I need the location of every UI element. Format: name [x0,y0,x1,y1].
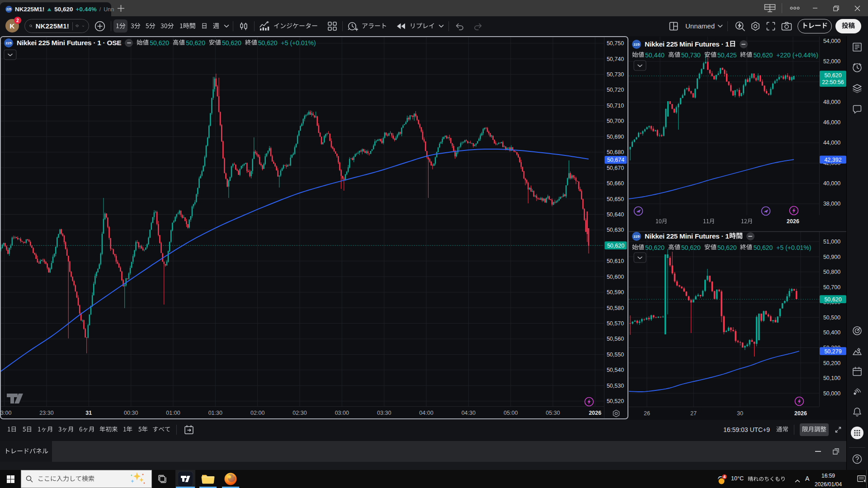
svg-text:50,620: 50,620 [824,72,841,79]
svg-text:26: 26 [644,410,650,417]
svg-text:50,750: 50,750 [607,40,624,47]
svg-text:50,674: 50,674 [607,157,624,163]
svg-text:54,000: 54,000 [823,38,840,44]
svg-text:02:30: 02:30 [292,410,307,416]
svg-text:03:00: 03:00 [335,410,349,416]
svg-text:50,700: 50,700 [607,118,624,124]
svg-text:2026: 2026 [589,410,601,416]
svg-text:03:30: 03:30 [377,410,391,416]
svg-text:05:30: 05:30 [546,410,560,416]
svg-text:00:30: 00:30 [124,410,138,416]
svg-text:44,000: 44,000 [823,140,840,146]
svg-text:2026: 2026 [787,218,799,225]
svg-text:50,200: 50,200 [823,360,840,366]
svg-text:05:00: 05:00 [504,410,518,416]
svg-text:3:00: 3:00 [0,410,11,416]
svg-text:40,000: 40,000 [823,180,840,187]
svg-text:31: 31 [85,410,92,416]
svg-text:38,000: 38,000 [823,201,840,207]
svg-text:30: 30 [737,410,743,417]
svg-text:50,540: 50,540 [607,367,624,373]
svg-text:4: 4 [723,474,726,479]
svg-text:01:30: 01:30 [208,410,222,416]
svg-text:50,730: 50,730 [607,71,624,78]
svg-text:50,670: 50,670 [607,165,624,171]
svg-text:50,590: 50,590 [607,289,624,296]
svg-text:50,000: 50,000 [823,390,840,397]
svg-text:50,100: 50,100 [823,375,840,381]
svg-text:50,740: 50,740 [607,56,624,62]
svg-text:48,000: 48,000 [823,99,840,105]
svg-text:50,680: 50,680 [607,149,624,155]
svg-text:50,800: 50,800 [823,269,840,275]
svg-text:50,530: 50,530 [607,383,624,389]
svg-text:02:00: 02:00 [250,410,264,416]
svg-text:50,570: 50,570 [607,320,624,327]
svg-text:23:30: 23:30 [39,410,53,416]
svg-text:50,580: 50,580 [607,305,624,311]
svg-text:46,000: 46,000 [823,119,840,126]
svg-text:22:50:56: 22:50:56 [822,79,844,85]
svg-text:51,000: 51,000 [823,239,840,245]
svg-text:50,640: 50,640 [607,211,624,218]
svg-text:50,690: 50,690 [607,134,624,140]
svg-text:50,900: 50,900 [823,254,840,260]
svg-text:50,720: 50,720 [607,87,624,93]
svg-text:50,520: 50,520 [607,398,624,404]
svg-text:50,560: 50,560 [607,336,624,342]
svg-text:01:00: 01:00 [166,410,180,416]
svg-text:50,650: 50,650 [607,196,624,202]
svg-text:50,500: 50,500 [823,314,840,321]
svg-text:42,392: 42,392 [824,157,841,163]
svg-text:50,550: 50,550 [607,352,624,358]
svg-text:52,000: 52,000 [823,58,840,65]
svg-text:50,610: 50,610 [607,258,624,264]
svg-text:2026: 2026 [794,410,807,417]
svg-text:50,660: 50,660 [607,180,624,187]
svg-text:50,400: 50,400 [823,329,840,336]
svg-text:50,710: 50,710 [607,103,624,109]
svg-text:50,630: 50,630 [607,227,624,233]
svg-text:50,620: 50,620 [607,243,624,249]
svg-text:04:30: 04:30 [462,410,476,416]
svg-text:50,279: 50,279 [824,348,841,355]
svg-text:50,700: 50,700 [823,284,840,291]
svg-text:27: 27 [690,410,697,417]
svg-text:50,600: 50,600 [607,274,624,280]
svg-text:04:00: 04:00 [419,410,433,416]
svg-text:50,620: 50,620 [824,296,841,303]
